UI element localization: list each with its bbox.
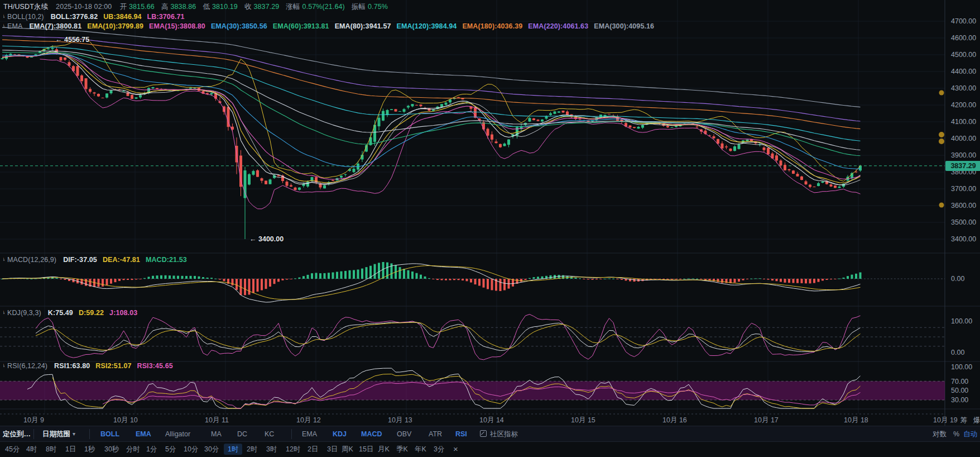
rsi-legend: ΔRSI(6,12,24)RSI1:63.80RSI2:51.07RSI3:45… [3,361,173,370]
date-range-button[interactable]: 日期范围▾ [42,426,75,442]
trading-terminal: TH/USDT永续2025-10-18 02:00开3815.66高3838.8… [0,0,980,457]
auto-scale-toggle[interactable]: 自动 [963,426,977,442]
ema-120: EMA(120):3984.94 [397,22,457,30]
price-axis-label: 4700.00 [951,17,976,26]
date-axis-label: 10月 16 [662,416,687,425]
price-axis-label: 4600.00 [951,34,976,42]
macd-dea: DEA:-47.81 [103,256,140,264]
timeframe-周K[interactable]: 周K [342,442,353,456]
percent-scale-toggle[interactable]: % [953,426,959,442]
timeframe-15日[interactable]: 15日 [359,442,373,456]
timeframe-1日[interactable]: 1日 [65,442,76,456]
bar-datetime: 2025-10-18 02:00 [56,3,112,11]
timeframe-5分[interactable]: 5分 [165,442,176,456]
ema-80: EMA(80):3941.57 [335,22,391,30]
last-price-badge: 3837.29 [945,161,980,171]
kdj-k: K:75.49 [48,309,73,317]
indicator-ema-sub[interactable]: EMA [302,426,317,442]
chart-svg[interactable] [0,0,980,457]
date-axis-label: 10月 9 [23,416,44,425]
ema-title: EMA [7,22,22,30]
high-annotation: ← 4556.75 [55,36,89,44]
change-value: 0.57%(21.64) [302,3,345,11]
rsi-2: RSI2:51.07 [95,362,131,370]
timeframe-30秒[interactable]: 30秒 [104,442,119,456]
symbol: TH/USDT永续 [3,2,48,12]
community-indicators-icon [480,430,487,437]
ema-7: EMA(7):3800.81 [29,22,81,30]
date-axis-label: 10月 13 [388,416,412,425]
ema-30: EMA(30):3850.56 [211,22,267,30]
ema-legend: ΔEMAEMA(7):3800.81EMA(10):3799.89EMA(15)… [3,21,654,30]
timeframe-1时[interactable]: 1时 [224,444,242,455]
timeframe-3时[interactable]: 3时 [266,442,277,456]
chart-canvas[interactable] [0,0,980,457]
ema-220: EMA(220):4061.63 [528,22,588,30]
timeframe-分时[interactable]: 分时 [126,442,140,456]
panel-axis-label: 70.00 [951,377,968,386]
timeframe-3日[interactable]: 3日 [327,442,338,456]
indicator-alligator[interactable]: Alligator [165,426,190,442]
timeframe-8时[interactable]: 8时 [46,442,56,456]
price-axis-label: 3500.00 [951,218,976,227]
low-annotation: ← 3400.00 [249,235,284,243]
liquidation-toggle[interactable]: 爆 [973,416,980,425]
price-axis-label: 4400.00 [951,67,976,76]
timeframe-月K[interactable]: 月K [378,442,390,456]
indicator-visibility-icon: Δ [3,21,7,29]
panel-axis-label: 0.00 [951,274,964,283]
timeframe-3分[interactable]: 3分 [434,442,444,456]
timeframe-年K[interactable]: 年K [415,442,426,456]
kdj-legend: ΔKDJ(9,3,3)K:75.49D:59.22J:108.03 [3,308,137,317]
close-icon[interactable]: × [453,442,458,456]
locate-button[interactable]: 定位到… [3,426,31,442]
price-axis-label: 3600.00 [951,201,976,210]
timeframe-1秒[interactable]: 1秒 [84,442,95,456]
indicator-kdj[interactable]: KDJ [333,426,347,442]
panel-axis-label: 100.00 [951,317,972,326]
timeframe-12时[interactable]: 12时 [286,442,300,456]
timeframe-45分[interactable]: 45分 [5,442,20,456]
timeframe-季K[interactable]: 季K [396,442,408,456]
date-axis-label: 10月 10 [113,416,138,425]
timeframe-30分[interactable]: 30分 [204,442,219,456]
indicator-kc[interactable]: KC [265,426,274,442]
timeframe-4时[interactable]: 4时 [26,442,37,456]
indicator-rsi[interactable]: RSI [455,426,467,442]
boll-upper: UB:3846.94 [103,13,141,21]
indicator-atr[interactable]: ATR [429,426,442,442]
indicator-obv[interactable]: OBV [397,426,411,442]
macd-dif: DIF:-37.05 [63,256,97,264]
ema-10: EMA(10):3799.89 [87,22,143,30]
community-indicators-button[interactable]: 社区指标 [480,426,518,442]
indicator-boll[interactable]: BOLL [100,426,119,442]
low-label: 低 [203,2,210,12]
panel-axis-label: 100.00 [951,363,972,372]
timeframe-1分[interactable]: 1分 [146,442,157,456]
indicator-visibility-icon: Δ [3,12,7,20]
open-value: 3815.66 [129,3,155,11]
macd-legend: ΔMACD(12,26,9)DIF:-37.05DEA:-47.81MACD:2… [3,255,187,264]
indicator-toolbar: 定位到…日期范围▾BOLLEMAAlligatorMADCKCEMAKDJMAC… [0,426,980,442]
timeframe-10分[interactable]: 10分 [184,442,198,456]
high-value: 3838.86 [170,3,196,11]
timeframe-2时[interactable]: 2时 [247,442,257,456]
indicator-ema[interactable]: EMA [136,426,151,442]
open-label: 开 [119,2,127,12]
timeframe-2日[interactable]: 2日 [308,442,318,456]
chip-distribution-toggle[interactable]: 筹 [960,416,968,425]
amplitude-label: 振幅 [352,2,366,12]
price-axis-label: 3700.00 [951,184,976,193]
rsi-1: RSI1:63.80 [54,362,90,370]
indicator-macd[interactable]: MACD [361,426,382,442]
toolbar-separator [89,429,90,439]
high-label: 高 [161,2,169,12]
price-axis-label: 4300.00 [951,84,976,93]
indicator-dc[interactable]: DC [237,426,247,442]
toolbar-separator [33,429,34,439]
date-axis-label: 10月 12 [296,416,321,425]
indicator-ma[interactable]: MA [211,426,222,442]
chevron-down-icon: ▾ [73,426,75,442]
log-scale-toggle[interactable]: 对数 [933,426,947,442]
amplitude-value: 0.75% [368,3,388,11]
